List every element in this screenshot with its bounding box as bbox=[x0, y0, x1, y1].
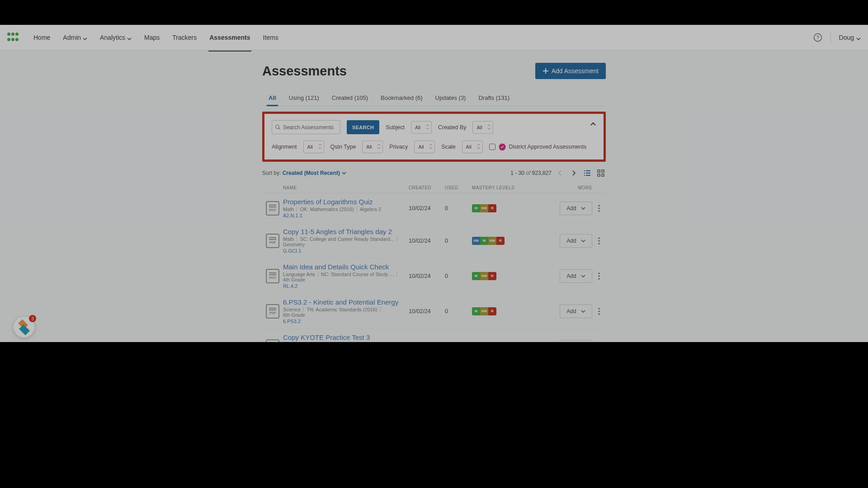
widget-icon bbox=[18, 321, 30, 333]
select-arrows-icon bbox=[429, 143, 433, 150]
floating-widget[interactable]: 3 bbox=[14, 317, 34, 338]
more-actions-button[interactable] bbox=[592, 272, 606, 280]
sort-label: Sort by: bbox=[262, 170, 281, 176]
assessment-meta: ScienceTN: Academic Standards (2016)6th … bbox=[283, 307, 409, 318]
qstn-select[interactable]: All bbox=[362, 141, 383, 153]
svg-point-18 bbox=[598, 313, 599, 314]
search-input[interactable] bbox=[283, 124, 337, 131]
svg-point-9 bbox=[598, 210, 599, 211]
privacy-select[interactable]: All bbox=[414, 141, 435, 153]
tab-created[interactable]: Created (105) bbox=[326, 90, 374, 106]
createdby-select[interactable]: All bbox=[472, 121, 493, 134]
tab-drafts[interactable]: Drafts (131) bbox=[472, 90, 516, 106]
table-row: DOCMain Idea and Details Quick CheckLang… bbox=[262, 258, 606, 294]
standard-link[interactable]: RL.4.2 bbox=[283, 283, 409, 289]
grid-view-button[interactable] bbox=[596, 168, 606, 178]
assessment-title[interactable]: 6.PS3.2 - Kinetic and Potential Energy bbox=[283, 298, 409, 306]
created-cell: 10/02/24 bbox=[409, 238, 445, 244]
created-cell: 10/02/24 bbox=[409, 308, 445, 314]
scale-select[interactable]: All bbox=[462, 141, 483, 153]
nav-trackers[interactable]: Trackers bbox=[167, 31, 202, 44]
assessment-title[interactable]: Main Idea and Details Quick Check bbox=[283, 263, 409, 271]
add-dropdown[interactable]: Add bbox=[560, 269, 592, 283]
approved-filter[interactable]: District Approved Assessments bbox=[489, 143, 587, 150]
more-actions-button[interactable] bbox=[592, 205, 606, 212]
logo-icon bbox=[7, 33, 20, 42]
nav-admin[interactable]: Admin bbox=[57, 31, 93, 44]
nav-items[interactable]: Items bbox=[258, 31, 284, 44]
nav-maps[interactable]: Maps bbox=[139, 31, 165, 44]
standard-link[interactable]: A2.N.1.1 bbox=[283, 213, 409, 218]
tab-bookmarked[interactable]: Bookmarked (6) bbox=[374, 90, 429, 106]
svg-point-12 bbox=[598, 243, 599, 244]
svg-point-14 bbox=[598, 275, 599, 277]
chevron-down-icon bbox=[856, 35, 861, 40]
nav-analytics[interactable]: Analytics bbox=[94, 31, 137, 44]
mastery-levels: MNMR bbox=[472, 307, 549, 315]
subject-select[interactable]: All bbox=[411, 121, 432, 134]
standard-link[interactable]: 6.PS3.2 bbox=[283, 319, 409, 324]
search-button[interactable]: SEARCH bbox=[347, 120, 379, 134]
tab-updates[interactable]: Updates (3) bbox=[429, 90, 472, 106]
assessment-meta: MathSC: College and Career Ready Standar… bbox=[283, 236, 409, 247]
col-mastery: MASTERY LEVELS bbox=[472, 185, 549, 190]
page-header: Assessments Add Assessment bbox=[262, 63, 606, 79]
created-cell: 10/02/24 bbox=[409, 273, 445, 279]
approved-checkbox[interactable] bbox=[489, 144, 495, 150]
alignment-select[interactable]: All bbox=[303, 141, 324, 153]
createdby-value: All bbox=[476, 125, 482, 130]
help-icon[interactable]: ? bbox=[813, 33, 822, 42]
mastery-levels: MNMR bbox=[472, 204, 549, 212]
nav-assessments[interactable]: Assessments bbox=[204, 31, 255, 44]
search-box bbox=[272, 120, 340, 134]
select-arrows-icon bbox=[318, 143, 322, 150]
nav-home[interactable]: Home bbox=[28, 31, 56, 44]
assessment-title[interactable]: Copy 11-5 Angles of Triangles day 2 bbox=[283, 228, 409, 235]
topbar: Home Admin Analytics Maps Trackers Asses… bbox=[0, 25, 868, 50]
used-cell: 0 bbox=[445, 273, 472, 279]
filter-panel: SEARCH Subject All Created By All Alignm… bbox=[262, 112, 606, 162]
tab-using[interactable]: Using (121) bbox=[283, 90, 326, 106]
pager-next-button[interactable] bbox=[569, 168, 579, 178]
col-created: CREATED bbox=[409, 185, 445, 190]
main-nav: Home Admin Analytics Maps Trackers Asses… bbox=[28, 31, 284, 44]
user-menu[interactable]: Doug bbox=[839, 34, 861, 41]
chevron-down-icon bbox=[83, 35, 87, 40]
svg-point-15 bbox=[598, 278, 599, 279]
add-dropdown[interactable]: Add bbox=[560, 234, 592, 248]
user-name: Doug bbox=[839, 34, 854, 41]
add-dropdown[interactable]: Add bbox=[560, 305, 592, 318]
table-row: PDF6.PS3.2 - Kinetic and Potential Energ… bbox=[262, 294, 606, 329]
add-dropdown[interactable]: Add bbox=[560, 202, 592, 215]
more-actions-button[interactable] bbox=[592, 237, 606, 244]
assessment-title[interactable]: Properties of Logarithms Quiz bbox=[283, 198, 409, 206]
used-cell: 0 bbox=[445, 205, 472, 211]
search-icon bbox=[275, 124, 281, 131]
collapse-filters-button[interactable] bbox=[590, 121, 596, 129]
tab-all[interactable]: All bbox=[262, 90, 283, 106]
list-view-button[interactable] bbox=[582, 168, 592, 178]
doc-icon: DOC bbox=[266, 201, 279, 216]
svg-point-7 bbox=[598, 205, 599, 206]
chevron-down-icon bbox=[342, 171, 346, 175]
sort-bar: Sort by: Created (Most Recent) 1 - 30 of… bbox=[262, 168, 606, 178]
svg-point-17 bbox=[598, 310, 599, 312]
svg-rect-3 bbox=[598, 170, 600, 172]
tabs: All Using (121) Created (105) Bookmarked… bbox=[262, 90, 606, 106]
select-arrows-icon bbox=[426, 124, 429, 131]
pager-text: 1 - 30 of 923,827 bbox=[510, 170, 552, 176]
alignment-value: All bbox=[307, 144, 313, 150]
sort-dropdown[interactable]: Created (Most Recent) bbox=[283, 170, 346, 176]
more-actions-button[interactable] bbox=[592, 308, 606, 315]
approved-label: District Approved Assessments bbox=[509, 144, 587, 150]
doc-icon: DOC bbox=[266, 269, 279, 283]
add-assessment-button[interactable]: Add Assessment bbox=[535, 63, 606, 79]
assessment-title[interactable]: Copy KYOTE Practice Test 3 bbox=[283, 333, 409, 341]
standard-link[interactable]: G.GCI.1 bbox=[283, 248, 409, 253]
nav-admin-label: Admin bbox=[63, 34, 81, 41]
select-arrows-icon bbox=[487, 124, 491, 131]
pager-prev-button[interactable] bbox=[555, 168, 565, 178]
nav-analytics-label: Analytics bbox=[100, 34, 125, 41]
svg-point-2 bbox=[276, 125, 279, 128]
svg-point-13 bbox=[598, 272, 599, 274]
